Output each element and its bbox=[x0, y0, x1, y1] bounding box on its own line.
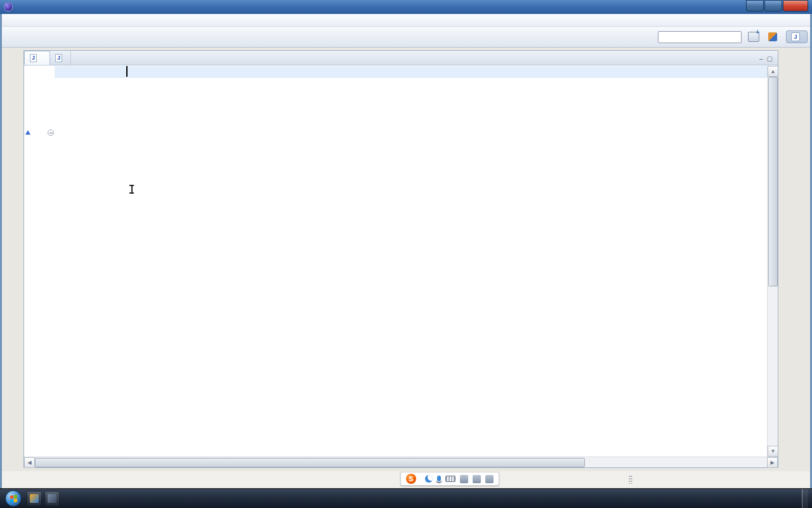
pinned-app-1[interactable] bbox=[27, 491, 42, 506]
mouse-cursor-ibeam bbox=[129, 185, 134, 194]
status-grip bbox=[629, 475, 632, 484]
minimize-view-icon[interactable]: – bbox=[759, 55, 763, 62]
eclipse-window: J J J – ▢ bbox=[0, 0, 812, 488]
horizontal-scroll-thumb[interactable] bbox=[35, 458, 585, 467]
java-ee-perspective-icon bbox=[768, 32, 777, 41]
editor-gutter[interactable] bbox=[24, 66, 55, 457]
last-edit-marker-icon bbox=[25, 130, 30, 135]
horizontal-scrollbar[interactable]: ◀ ▶ bbox=[24, 457, 778, 467]
scroll-down-arrow[interactable]: ▼ bbox=[768, 446, 778, 457]
minimize-button[interactable] bbox=[746, 0, 764, 11]
scroll-left-arrow[interactable]: ◀ bbox=[24, 457, 35, 468]
clipboard-icon[interactable] bbox=[460, 475, 468, 483]
fold-marker[interactable] bbox=[48, 130, 54, 136]
maximize-button[interactable] bbox=[764, 0, 782, 11]
vertical-scroll-thumb[interactable] bbox=[768, 77, 778, 286]
scroll-up-arrow[interactable]: ▲ bbox=[768, 66, 778, 77]
current-line-highlight bbox=[55, 66, 767, 78]
close-button[interactable] bbox=[783, 0, 808, 11]
windows-flag-icon bbox=[10, 495, 17, 502]
editor-area: J J – ▢ ▲ bbox=[23, 50, 778, 468]
menu-bar bbox=[2, 14, 810, 27]
start-button[interactable] bbox=[5, 490, 22, 507]
vertical-scrollbar[interactable]: ▲ ▼ bbox=[767, 66, 778, 457]
editor-tab-bar: J J – ▢ bbox=[24, 51, 778, 65]
tab-ticketthread-java[interactable]: J bbox=[24, 51, 50, 65]
skin-icon[interactable] bbox=[473, 475, 481, 483]
system-tray bbox=[751, 489, 811, 508]
tab-test-java[interactable]: J bbox=[50, 51, 71, 65]
status-bar: S bbox=[2, 471, 810, 487]
maximize-view-icon[interactable]: ▢ bbox=[767, 55, 773, 62]
toolbar: J bbox=[2, 27, 810, 48]
microphone-icon[interactable] bbox=[437, 476, 441, 481]
scroll-right-arrow[interactable]: ▶ bbox=[767, 457, 778, 468]
java-file-icon: J bbox=[30, 54, 37, 62]
perspective-java[interactable]: J bbox=[786, 30, 808, 43]
pinned-app-2[interactable] bbox=[44, 491, 60, 506]
perspective-java-ee[interactable] bbox=[763, 30, 785, 43]
open-perspective-icon[interactable] bbox=[748, 32, 759, 42]
java-perspective-icon: J bbox=[791, 32, 800, 41]
sogou-ime-icon[interactable]: S bbox=[406, 474, 416, 484]
code-editor[interactable]: ▲ ▼ bbox=[24, 66, 778, 457]
text-caret bbox=[126, 66, 128, 77]
eclipse-icon bbox=[4, 3, 13, 11]
moon-mode-icon[interactable] bbox=[425, 475, 433, 483]
taskbar bbox=[0, 488, 812, 508]
ime-toolbar[interactable]: S bbox=[400, 472, 499, 486]
toolbox-icon[interactable] bbox=[485, 475, 494, 483]
show-desktop-button[interactable] bbox=[802, 489, 808, 508]
title-bar[interactable] bbox=[0, 0, 812, 14]
soft-keyboard-icon[interactable] bbox=[445, 476, 455, 482]
quick-access-input[interactable] bbox=[658, 31, 742, 43]
java-file-icon: J bbox=[55, 54, 62, 62]
